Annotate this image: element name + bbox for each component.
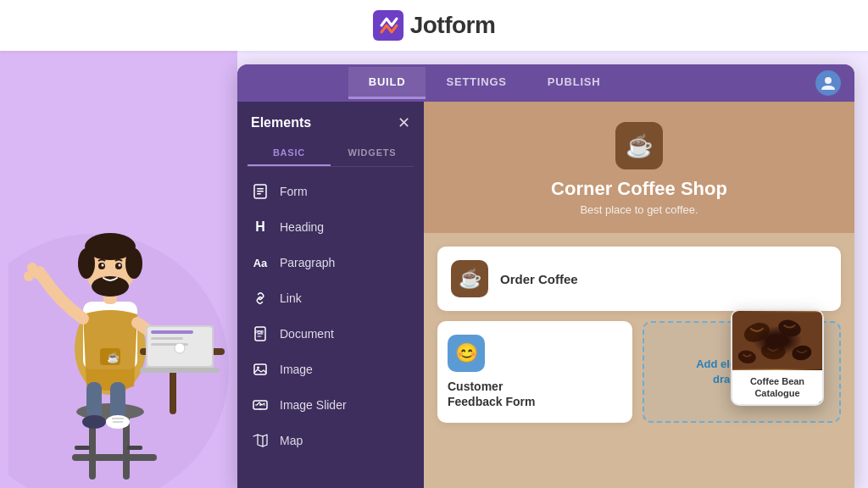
svg-text:☕: ☕ <box>107 351 120 363</box>
tab-build[interactable]: BUILD <box>348 67 426 99</box>
svg-point-51 <box>264 404 265 406</box>
svg-rect-35 <box>110 382 125 420</box>
svg-point-21 <box>119 264 121 267</box>
shop-tagline: Best place to get coffee. <box>580 203 698 216</box>
coffee-bean-image <box>732 311 822 370</box>
logo: Jotform <box>373 10 496 41</box>
link-icon <box>251 289 270 308</box>
svg-rect-42 <box>257 193 261 195</box>
svg-rect-48 <box>259 408 262 410</box>
tab-settings[interactable]: SETTINGS <box>426 67 526 99</box>
svg-point-36 <box>82 415 106 429</box>
heading-icon: H <box>251 218 270 236</box>
svg-point-50 <box>259 404 261 406</box>
main-canvas: ☕ Corner Coffee Shop Best place to get c… <box>424 102 854 488</box>
feedback-icon: 😊 <box>448 335 485 372</box>
svg-point-24 <box>24 271 34 281</box>
sidebar-item-document-label: Document <box>280 327 334 341</box>
tab-publish[interactable]: PUBLISH <box>527 67 621 99</box>
app-grid: ☕ Order Coffee 😊 CustomerFeedback Form <box>424 233 854 488</box>
customer-feedback-card[interactable]: 😊 CustomerFeedback Form <box>437 321 632 423</box>
image-icon <box>251 360 270 379</box>
svg-rect-34 <box>86 382 102 420</box>
coffee-bean-title: Coffee BeanCatalogue <box>732 370 822 405</box>
main-area: ☕ <box>0 51 868 488</box>
logo-text: Jotform <box>410 12 496 39</box>
order-coffee-icon: ☕ <box>451 260 488 297</box>
svg-point-16 <box>125 248 142 279</box>
sidebar-item-image-slider[interactable]: Image Slider <box>237 387 424 423</box>
svg-point-20 <box>102 264 104 267</box>
svg-point-49 <box>255 404 257 406</box>
svg-point-38 <box>825 77 832 84</box>
svg-point-32 <box>175 343 185 353</box>
document-icon: PDF <box>251 324 270 343</box>
sidebar-item-image-label: Image <box>280 363 313 376</box>
svg-point-15 <box>78 248 95 279</box>
content-area: Elements ✕ BASIC WIDGETS Form H <box>237 102 854 488</box>
svg-rect-0 <box>373 10 403 41</box>
svg-rect-41 <box>257 191 264 192</box>
top-nav: BUILD SETTINGS PUBLISH <box>237 64 854 102</box>
shop-name: Corner Coffee Shop <box>551 178 727 200</box>
jotform-logo-icon <box>373 10 403 41</box>
second-row: 😊 CustomerFeedback Form Add element with… <box>437 321 841 423</box>
app-window: BUILD SETTINGS PUBLISH Elements ✕ <box>237 64 854 488</box>
map-icon <box>251 431 270 450</box>
sidebar-item-heading-label: Heading <box>280 220 324 234</box>
svg-rect-4 <box>72 454 157 461</box>
svg-rect-29 <box>151 330 193 334</box>
shop-logo: ☕ <box>615 122 663 169</box>
form-icon <box>251 182 270 201</box>
close-button[interactable]: ✕ <box>398 114 410 132</box>
svg-rect-6 <box>127 446 142 450</box>
coffee-bean-card[interactable]: Coffee BeanCatalogue ↗ <box>731 309 824 407</box>
sidebar-item-image-slider-label: Image Slider <box>280 398 347 412</box>
image-slider-icon <box>251 396 270 414</box>
svg-rect-33 <box>140 368 220 373</box>
order-coffee-row: ☕ Order Coffee <box>437 247 841 311</box>
sidebar-item-paragraph-label: Paragraph <box>280 256 335 269</box>
tab-widgets[interactable]: WIDGETS <box>331 141 414 166</box>
svg-rect-5 <box>75 446 90 450</box>
user-avatar[interactable] <box>815 70 841 96</box>
sidebar-item-document[interactable]: PDF Document <box>237 316 424 352</box>
sidebar-item-image[interactable]: Image <box>237 352 424 387</box>
sidebar-item-link-label: Link <box>280 291 302 305</box>
shop-header: ☕ Corner Coffee Shop Best place to get c… <box>424 102 854 233</box>
illustration-area: ☕ <box>0 51 237 488</box>
sidebar-item-paragraph[interactable]: Aa Paragraph <box>237 245 424 280</box>
order-coffee-card[interactable]: ☕ Order Coffee <box>437 247 841 311</box>
sidebar-item-link[interactable]: Link <box>237 280 424 316</box>
sidebar-item-heading[interactable]: H Heading <box>237 209 424 245</box>
feedback-title: CustomerFeedback Form <box>448 379 535 409</box>
svg-text:PDF: PDF <box>255 330 264 335</box>
sidebar-title: Elements <box>251 115 311 130</box>
sidebar-items-list: Form H Heading Aa Paragraph Link <box>237 167 424 488</box>
sidebar-item-map[interactable]: Map <box>237 423 424 458</box>
svg-rect-30 <box>151 337 183 340</box>
svg-rect-40 <box>257 188 264 190</box>
paragraph-icon: Aa <box>251 253 270 272</box>
sidebar-item-map-label: Map <box>280 434 303 447</box>
svg-point-46 <box>257 367 259 369</box>
sidebar-item-form-label: Form <box>280 185 308 198</box>
svg-point-17 <box>92 276 129 297</box>
svg-rect-45 <box>254 364 266 374</box>
barista-illustration: ☕ <box>8 98 229 488</box>
tab-basic[interactable]: BASIC <box>248 141 331 166</box>
app-header: Jotform <box>0 0 868 51</box>
order-coffee-title: Order Coffee <box>500 272 578 286</box>
nav-tabs: BUILD SETTINGS PUBLISH <box>348 67 621 99</box>
elements-sidebar: Elements ✕ BASIC WIDGETS Form H <box>237 102 424 488</box>
sidebar-item-form[interactable]: Form <box>237 174 424 209</box>
sidebar-tabs: BASIC WIDGETS <box>248 141 414 167</box>
sidebar-header: Elements ✕ <box>237 102 424 141</box>
